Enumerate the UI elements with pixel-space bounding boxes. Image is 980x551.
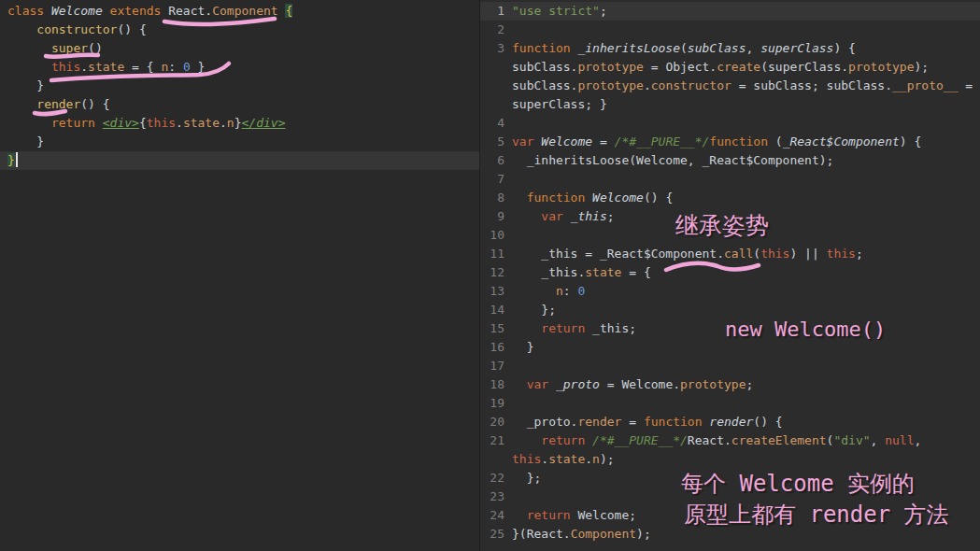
text-cursor — [16, 152, 18, 167]
code-line[interactable]: 11 _this = _React$Component.call(this) |… — [480, 245, 980, 263]
code-line[interactable]: 5var Welcome = /*#__PURE__*/function (_R… — [480, 133, 980, 151]
code-line[interactable]: 10 — [480, 226, 980, 245]
compiled-code: 1"use strict";23function _inheritsLoose(… — [480, 0, 980, 544]
code-token — [7, 116, 51, 130]
code-token: _proto — [556, 377, 600, 391]
code-line[interactable]: 20 _proto.render = function render() { — [480, 413, 980, 431]
line-number: 17 — [480, 357, 504, 375]
code-token — [563, 209, 571, 223]
code-token — [7, 22, 36, 36]
code-token: constructor — [651, 78, 731, 92]
code-token: = { — [124, 60, 161, 74]
code-line[interactable]: 6 _inheritsLoose(Welcome, _React$Compone… — [480, 151, 980, 170]
code-line[interactable]: 4 — [480, 114, 980, 133]
code-line[interactable]: 2 — [480, 21, 980, 39]
code-token: Welcome — [541, 134, 592, 148]
code-token — [512, 508, 527, 522]
code-line[interactable]: 22 }; — [480, 469, 980, 487]
code-text: }(React.Component); — [504, 525, 651, 544]
code-line[interactable]: 13 n: 0 — [480, 282, 980, 301]
code-token: ( — [680, 41, 688, 55]
code-line[interactable]: } — [0, 133, 479, 151]
code-token: this — [827, 247, 856, 261]
code-text: return /*#__PURE__*/React.createElement(… — [504, 431, 921, 450]
code-token — [512, 191, 527, 205]
code-line[interactable]: } — [0, 77, 479, 95]
code-line[interactable]: 19 — [480, 394, 980, 413]
code-line[interactable]: 21 return /*#__PURE__*/React.createEleme… — [480, 431, 980, 450]
code-line[interactable]: this.state = { n: 0 } — [0, 58, 479, 77]
code-token: function — [709, 134, 768, 148]
code-line[interactable]: subClass.prototype = Object.create(super… — [480, 58, 980, 77]
code-line[interactable]: render() { — [0, 95, 479, 114]
code-line[interactable]: 12 _this.state = { — [480, 263, 980, 282]
code-token: </div> — [242, 116, 286, 130]
code-token: . — [220, 116, 227, 130]
code-line[interactable]: return <div>{this.state.n}</div> — [0, 114, 479, 133]
code-token: () — [88, 41, 103, 55]
code-line[interactable]: 9 var _this; — [480, 207, 980, 226]
code-line[interactable]: 25}(React.Component); — [480, 525, 980, 544]
code-line[interactable]: 3function _inheritsLoose(subClass, super… — [480, 39, 980, 58]
code-line[interactable]: superClass; } — [480, 95, 980, 114]
code-token: class — [7, 4, 44, 18]
code-line[interactable]: 24 return Welcome; — [480, 506, 980, 525]
code-token: 0 — [577, 284, 585, 298]
code-text — [504, 21, 512, 39]
code-token: = — [958, 78, 973, 92]
code-line[interactable]: 18 var _proto = Welcome.prototype; — [480, 375, 980, 394]
code-line[interactable]: 7 — [480, 170, 980, 189]
code-text: _this.state = { — [504, 263, 651, 282]
code-text: render() { — [0, 95, 110, 114]
code-line[interactable]: this.state.n); — [480, 450, 980, 469]
code-text: super() — [0, 39, 103, 58]
code-token: , — [871, 433, 886, 447]
code-token: . — [644, 78, 651, 92]
code-text: this.state = { n: 0 } — [0, 58, 205, 77]
line-number: 25 — [480, 525, 504, 544]
code-token: = — [621, 415, 643, 429]
compiled-output-editor[interactable]: 1"use strict";23function _inheritsLoose(… — [479, 0, 980, 551]
code-token: } — [234, 116, 242, 130]
code-token: , — [746, 41, 760, 55]
code-token: prototype — [680, 377, 746, 391]
code-line[interactable]: subClass.prototype.constructor = subClas… — [480, 77, 980, 95]
code-line[interactable]: } — [0, 151, 479, 170]
code-token: subClass. — [512, 78, 577, 92]
code-line[interactable]: super() — [0, 39, 479, 58]
code-line[interactable]: 17 — [480, 357, 980, 375]
code-token: React — [168, 4, 205, 18]
code-token — [103, 4, 110, 18]
code-token: n — [556, 284, 563, 298]
code-text: }; — [504, 301, 556, 319]
code-line[interactable]: 14 }; — [480, 301, 980, 319]
code-token: React. — [688, 433, 731, 447]
code-line[interactable]: 1"use strict"; — [480, 2, 980, 21]
line-number: 10 — [480, 226, 504, 245]
code-token — [512, 377, 527, 391]
line-number: 18 — [480, 375, 504, 394]
line-number: 5 — [480, 133, 504, 151]
code-token: super — [51, 41, 88, 55]
code-token: /*#__PURE__*/ — [615, 134, 710, 148]
code-text: return Welcome; — [504, 506, 636, 525]
code-token: Component — [571, 527, 636, 541]
code-line[interactable]: 15 return _this; — [480, 319, 980, 338]
code-token — [7, 41, 51, 55]
code-token: var — [512, 134, 533, 148]
code-line[interactable]: 23 — [480, 487, 980, 506]
code-token: var — [527, 377, 548, 391]
code-text — [504, 226, 512, 245]
code-token: null — [885, 433, 914, 447]
code-token: create — [717, 60, 760, 74]
code-line[interactable]: 16 } — [480, 338, 980, 357]
source-editor[interactable]: class Welcome extends React.Component { … — [0, 0, 479, 551]
code-token: <div> — [103, 116, 139, 130]
code-token: var — [541, 209, 562, 223]
code-line[interactable]: 8 function Welcome() { — [480, 189, 980, 207]
code-line[interactable]: constructor() { — [0, 21, 479, 39]
code-text: } — [0, 151, 18, 170]
line-number: 11 — [480, 245, 504, 263]
code-text: _proto.render = function render() { — [504, 413, 783, 431]
code-line[interactable]: class Welcome extends React.Component { — [0, 2, 479, 21]
